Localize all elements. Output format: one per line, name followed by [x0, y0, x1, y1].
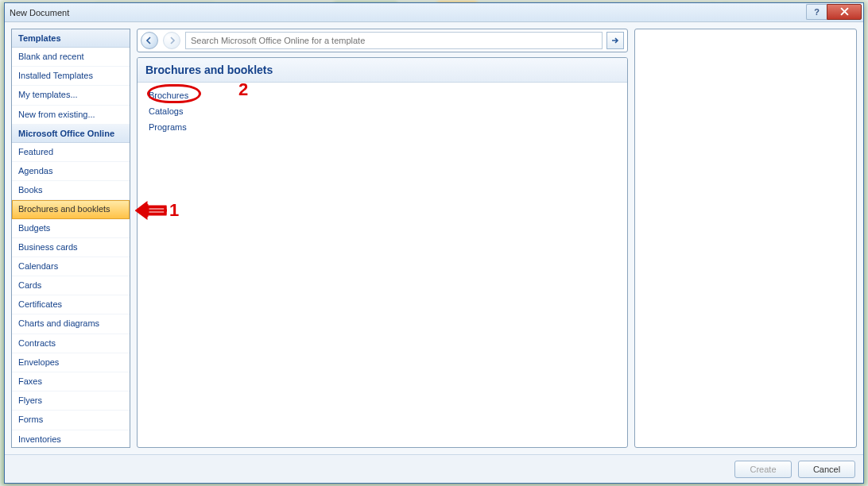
content-link-0[interactable]: Brochures	[147, 87, 618, 103]
content-body: BrochuresCatalogsPrograms	[138, 83, 627, 140]
sidebar-item-online-3[interactable]: Brochures and booklets	[12, 200, 130, 218]
sidebar-item-online-6[interactable]: Calendars	[12, 257, 130, 276]
new-document-dialog: New Document ? TemplatesBlank and recent…	[4, 2, 864, 484]
go-arrow-icon	[610, 36, 620, 45]
sidebar-item-online-9[interactable]: Charts and diagrams	[12, 314, 130, 334]
search-go-button[interactable]	[606, 32, 624, 49]
close-button[interactable]	[827, 4, 862, 20]
sidebar-item-online-1[interactable]: Agendas	[12, 162, 130, 181]
forward-arrow-icon	[168, 37, 176, 44]
content-heading: Brochures and booklets	[138, 58, 627, 83]
help-button[interactable]: ?	[806, 4, 827, 20]
sidebar-panel: TemplatesBlank and recentInstalled Templ…	[11, 29, 130, 448]
preview-panel	[634, 29, 857, 448]
sidebar-item-online-7[interactable]: Cards	[12, 276, 130, 295]
create-button[interactable]: Create	[734, 461, 792, 478]
sidebar-item-online-2[interactable]: Books	[12, 181, 130, 200]
sidebar-item-online-10[interactable]: Contracts	[12, 334, 130, 353]
content-panel: Brochures and booklets BrochuresCatalogs…	[137, 57, 628, 448]
sidebar-item-online-13[interactable]: Flyers	[12, 392, 130, 411]
cancel-button[interactable]: Cancel	[798, 461, 855, 478]
nav-forward-button[interactable]	[163, 32, 180, 49]
sidebar-item-online-4[interactable]: Budgets	[12, 219, 130, 238]
sidebar-item-top-1[interactable]: Installed Templates	[12, 67, 130, 86]
back-arrow-icon	[145, 37, 153, 44]
sidebar-item-online-14[interactable]: Forms	[12, 411, 130, 430]
dialog-footer: Create Cancel	[5, 454, 863, 483]
search-field-wrap	[185, 32, 603, 49]
sidebar-item-online-5[interactable]: Business cards	[12, 238, 130, 257]
sidebar-item-online-0[interactable]: Featured	[12, 143, 130, 162]
search-input[interactable]	[186, 36, 602, 45]
sidebar-item-online-12[interactable]: Faxes	[12, 372, 130, 392]
close-icon	[840, 7, 849, 16]
sidebar-item-online-8[interactable]: Certificates	[12, 295, 130, 314]
nav-back-button[interactable]	[141, 32, 158, 49]
sidebar-item-top-2[interactable]: My templates...	[12, 86, 130, 105]
content-link-2[interactable]: Programs	[147, 119, 618, 135]
content-link-1[interactable]: Catalogs	[147, 103, 618, 119]
sidebar-item-top-0[interactable]: Blank and recent	[12, 48, 130, 67]
sidebar-item-online-15[interactable]: Inventories	[12, 430, 130, 447]
sidebar-item-top-3[interactable]: New from existing...	[12, 106, 130, 125]
sidebar-scroll[interactable]: TemplatesBlank and recentInstalled Templ…	[12, 29, 130, 447]
nav-toolbar	[137, 29, 628, 52]
dialog-title: New Document	[10, 8, 806, 17]
titlebar: New Document ?	[5, 3, 863, 22]
sidebar-item-online-11[interactable]: Envelopes	[12, 353, 130, 372]
sidebar-header-templates: Templates	[12, 29, 130, 48]
sidebar-header-online: Microsoft Office Online	[12, 125, 130, 143]
